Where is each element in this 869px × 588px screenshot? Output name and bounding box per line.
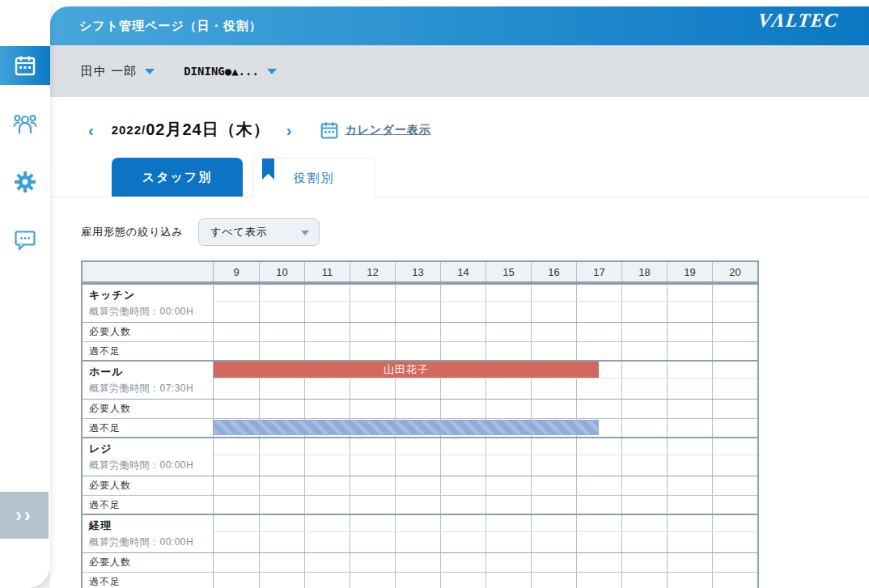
hour-cell[interactable] — [304, 476, 350, 495]
hour-cell[interactable] — [712, 573, 757, 588]
hour-cell[interactable] — [259, 323, 304, 341]
hour-cell[interactable] — [576, 379, 621, 399]
hour-cell[interactable] — [440, 323, 485, 341]
hour-cell[interactable] — [214, 342, 259, 360]
hour-cell[interactable] — [712, 323, 757, 341]
hour-cell[interactable] — [621, 553, 667, 572]
prev-day-button[interactable]: ‹ — [85, 122, 97, 138]
hour-cell[interactable] — [440, 573, 485, 588]
hour-cell[interactable] — [304, 515, 350, 531]
hour-cell[interactable] — [485, 455, 531, 476]
hour-cell[interactable] — [395, 342, 440, 360]
hour-cell[interactable] — [576, 285, 621, 301]
hour-cell[interactable] — [214, 455, 259, 476]
hour-cell[interactable] — [395, 400, 440, 418]
hour-cell[interactable] — [667, 438, 712, 455]
hour-cell[interactable] — [350, 553, 395, 572]
hour-cell[interactable] — [395, 323, 440, 341]
hour-cell[interactable] — [621, 379, 667, 399]
hour-cell[interactable] — [531, 342, 576, 360]
hour-cell[interactable] — [576, 323, 621, 341]
hour-cell[interactable] — [667, 342, 712, 360]
hour-cell[interactable] — [304, 379, 350, 399]
hour-cell[interactable] — [712, 438, 757, 455]
hour-cell[interactable] — [576, 476, 621, 495]
hour-cell[interactable] — [395, 438, 440, 455]
hour-cell[interactable] — [214, 379, 259, 399]
hour-cell[interactable] — [621, 496, 667, 514]
hour-cell[interactable] — [712, 302, 757, 322]
shift-bar[interactable]: 山田花子 — [214, 362, 599, 378]
hour-cell[interactable] — [531, 379, 576, 399]
hour-cell[interactable] — [440, 400, 485, 418]
hour-cell[interactable] — [395, 553, 440, 572]
hour-cell[interactable] — [667, 379, 712, 399]
sidebar-item-chat[interactable] — [0, 221, 50, 260]
hour-cell[interactable] — [214, 323, 259, 341]
hour-cell[interactable] — [259, 515, 304, 531]
hour-cell[interactable] — [485, 323, 531, 341]
hour-cell[interactable] — [395, 455, 440, 476]
hour-cell[interactable] — [259, 379, 304, 399]
hour-cell[interactable] — [350, 496, 395, 514]
hour-cell[interactable] — [350, 573, 395, 588]
hour-cell[interactable] — [667, 362, 712, 378]
hour-cell[interactable] — [531, 532, 576, 552]
hour-cell[interactable] — [214, 553, 259, 572]
hour-cell[interactable] — [576, 342, 621, 360]
hour-cell[interactable] — [576, 455, 621, 476]
hour-cell[interactable] — [395, 476, 440, 495]
hour-cell[interactable] — [485, 342, 531, 360]
hour-cell[interactable] — [531, 438, 576, 455]
hour-cell[interactable] — [485, 302, 531, 322]
hour-cell[interactable] — [350, 476, 395, 495]
hour-cell[interactable] — [667, 496, 712, 514]
hour-cell[interactable] — [667, 476, 712, 495]
hour-cell[interactable] — [485, 496, 531, 514]
hour-cell[interactable] — [485, 553, 531, 572]
hour-cell[interactable] — [350, 342, 395, 360]
hour-cell[interactable] — [576, 532, 621, 552]
hour-cell[interactable] — [395, 532, 440, 552]
store-selector[interactable]: DINING●▲... — [184, 65, 277, 78]
hour-cell[interactable] — [485, 400, 531, 418]
hour-cell[interactable] — [712, 515, 757, 531]
hour-cell[interactable] — [440, 496, 485, 514]
hour-cell[interactable] — [531, 285, 576, 301]
hour-cell[interactable] — [259, 496, 304, 514]
hour-cell[interactable] — [395, 496, 440, 514]
next-day-button[interactable]: › — [283, 122, 295, 138]
hour-cell[interactable] — [667, 573, 712, 588]
hour-cell[interactable] — [531, 302, 576, 322]
hour-cell[interactable] — [350, 455, 395, 476]
hour-cell[interactable] — [667, 419, 712, 437]
hour-cell[interactable] — [712, 379, 757, 399]
hour-cell[interactable] — [485, 379, 531, 399]
hour-cell[interactable] — [485, 515, 531, 531]
hour-cell[interactable] — [304, 496, 350, 514]
hour-cell[interactable] — [440, 342, 485, 360]
hour-cell[interactable] — [712, 496, 757, 514]
sidebar-item-calendar[interactable] — [0, 46, 50, 85]
hour-cell[interactable] — [440, 553, 485, 572]
hour-cell[interactable] — [259, 476, 304, 495]
hour-cell[interactable] — [304, 455, 350, 476]
hour-cell[interactable] — [440, 476, 485, 495]
hour-cell[interactable] — [531, 496, 576, 514]
hour-cell[interactable] — [531, 400, 576, 418]
hour-cell[interactable] — [350, 379, 395, 399]
hour-cell[interactable] — [576, 573, 621, 588]
hour-cell[interactable] — [395, 285, 440, 301]
hour-cell[interactable] — [440, 532, 485, 552]
hour-cell[interactable] — [576, 438, 621, 455]
hour-cell[interactable] — [485, 285, 531, 301]
hour-cell[interactable] — [259, 285, 304, 301]
hour-cell[interactable] — [395, 573, 440, 588]
hour-cell[interactable] — [531, 323, 576, 341]
hour-cell[interactable] — [485, 438, 531, 455]
hour-cell[interactable] — [214, 476, 259, 495]
hour-cell[interactable] — [350, 285, 395, 301]
hour-cell[interactable] — [214, 532, 259, 552]
hour-cell[interactable] — [576, 400, 621, 418]
hour-cell[interactable] — [304, 553, 350, 572]
